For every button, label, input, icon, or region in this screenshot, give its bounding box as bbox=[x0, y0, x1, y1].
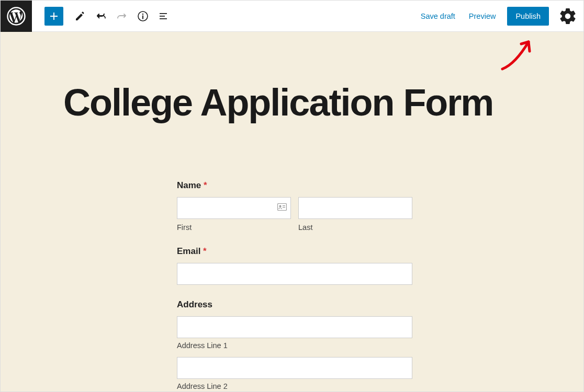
editor-canvas: College Application Form Name * First bbox=[1, 32, 583, 392]
name-label: Name * bbox=[177, 180, 412, 191]
settings-button[interactable] bbox=[558, 7, 577, 26]
form-block: Name * First Last bbox=[172, 180, 412, 390]
email-label: Email * bbox=[177, 246, 412, 257]
preview-button[interactable]: Preview bbox=[467, 8, 498, 25]
redo-icon bbox=[116, 10, 128, 22]
name-label-text: Name bbox=[177, 180, 201, 190]
edit-tool-button[interactable] bbox=[71, 7, 89, 26]
toolbar-right-group: Save draft Preview Publish bbox=[419, 7, 583, 26]
last-name-input[interactable] bbox=[298, 197, 412, 219]
pencil-icon bbox=[74, 10, 86, 22]
first-name-input[interactable] bbox=[177, 197, 291, 219]
add-block-button[interactable] bbox=[44, 7, 63, 26]
page-title[interactable]: College Application Form bbox=[1, 83, 583, 123]
plus-icon bbox=[48, 10, 60, 22]
svg-rect-3 bbox=[142, 15, 143, 19]
address-line2-input[interactable] bbox=[177, 357, 412, 379]
email-input[interactable] bbox=[177, 263, 412, 285]
info-icon bbox=[137, 10, 149, 22]
svg-rect-7 bbox=[283, 207, 285, 207]
publish-button[interactable]: Publish bbox=[507, 7, 549, 26]
svg-point-2 bbox=[142, 13, 143, 14]
email-label-text: Email bbox=[177, 246, 200, 256]
address-line1-sublabel: Address Line 1 bbox=[177, 341, 412, 350]
id-card-icon bbox=[277, 203, 287, 213]
address-line1-input[interactable] bbox=[177, 316, 412, 338]
name-field: Name * First Last bbox=[177, 180, 412, 232]
email-field: Email * bbox=[177, 246, 412, 285]
wordpress-icon bbox=[7, 7, 26, 26]
wordpress-logo[interactable] bbox=[1, 1, 32, 32]
list-icon bbox=[158, 10, 170, 22]
svg-point-5 bbox=[279, 205, 282, 207]
editor-toolbar: Save draft Preview Publish bbox=[1, 1, 583, 32]
last-name-sublabel: Last bbox=[298, 223, 412, 232]
toolbar-left-group bbox=[32, 7, 173, 26]
redo-button[interactable] bbox=[113, 7, 131, 26]
gear-icon bbox=[558, 7, 577, 26]
required-marker: * bbox=[204, 180, 207, 190]
first-name-sublabel: First bbox=[177, 223, 291, 232]
address-line2-sublabel: Address Line 2 bbox=[177, 382, 412, 390]
svg-rect-6 bbox=[283, 205, 285, 206]
address-field: Address Address Line 1 Address Line 2 bbox=[177, 299, 412, 390]
undo-icon bbox=[95, 10, 107, 22]
outline-button[interactable] bbox=[154, 7, 173, 26]
info-button[interactable] bbox=[133, 7, 152, 26]
required-marker: * bbox=[203, 246, 207, 256]
save-draft-button[interactable]: Save draft bbox=[419, 8, 457, 25]
undo-button[interactable] bbox=[92, 7, 110, 26]
address-label: Address bbox=[177, 299, 412, 310]
